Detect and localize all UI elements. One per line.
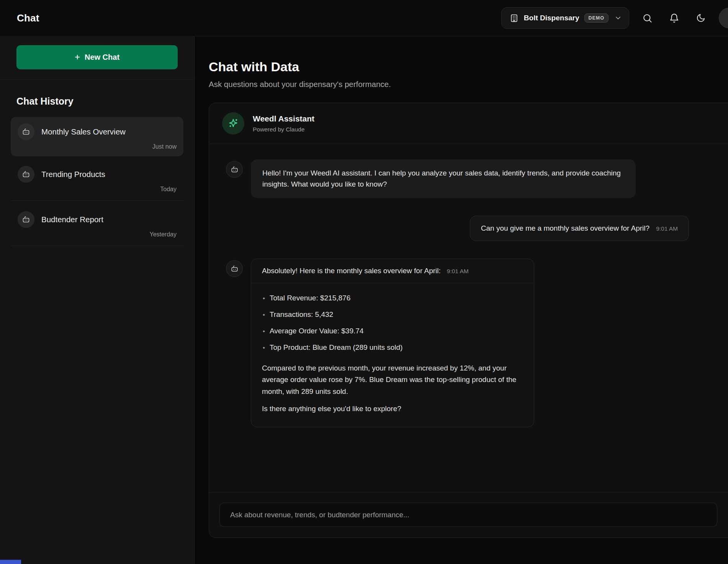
chevron-down-icon	[614, 14, 622, 22]
message-timestamp: 9:01 AM	[656, 225, 678, 232]
assistant-header: Weedl Assistant Powered by Claude	[209, 103, 728, 144]
chat-message-input[interactable]	[219, 503, 717, 527]
notifications-button[interactable]	[665, 9, 683, 27]
search-button[interactable]	[638, 9, 656, 27]
overview-intro: Absolutely! Here is the monthly sales ov…	[262, 267, 441, 275]
org-name: Bolt Dispensary	[524, 14, 579, 22]
chat-history-section: Chat History Monthly Sales Overview Just…	[0, 80, 194, 250]
theme-toggle-button[interactable]	[692, 9, 710, 27]
assistant-message-row: Hello! I'm your Weedl AI assistant. I ca…	[226, 159, 689, 198]
user-message-text: Can you give me a monthly sales overview…	[481, 224, 649, 233]
org-switcher[interactable]: Bolt Dispensary DEMO	[501, 7, 629, 29]
bell-icon	[669, 13, 679, 23]
metric-total-revenue: Total Revenue: $215,876	[262, 294, 523, 302]
building-icon	[509, 13, 519, 23]
sidebar: + New Chat Chat History Monthly Sales Ov…	[0, 36, 195, 564]
metric-transactions: Transactions: 5,432	[262, 310, 523, 319]
bot-icon	[226, 161, 243, 178]
bot-icon	[18, 166, 34, 183]
chat-history-item-budtender-report[interactable]: Budtender Report Yesterday	[11, 205, 183, 246]
chat-input-bar	[209, 492, 728, 538]
assistant-overview-row: Absolutely! Here is the monthly sales ov…	[226, 259, 689, 427]
user-avatar[interactable]	[719, 8, 728, 28]
bot-icon	[226, 260, 243, 277]
chat-item-row: Trending Products	[18, 166, 177, 183]
user-message-row: Can you give me a monthly sales overview…	[226, 216, 689, 241]
main-content: Chat with Data Ask questions about your …	[195, 36, 728, 564]
chat-history-item-trending-products[interactable]: Trending Products Today	[11, 159, 183, 201]
assistant-overview-bubble: Absolutely! Here is the monthly sales ov…	[251, 259, 534, 427]
assistant-name: Weedl Assistant	[253, 114, 314, 123]
metric-top-product: Top Product: Blue Dream (289 units sold)	[262, 343, 523, 352]
chat-history-title: Chat History	[16, 96, 178, 107]
chat-item-time: Just now	[18, 143, 177, 150]
plus-icon: +	[75, 52, 80, 62]
chat-item-time: Today	[18, 186, 177, 193]
overview-followup: Is there anything else you'd like to exp…	[262, 403, 523, 415]
sparkles-icon	[222, 112, 244, 134]
overview-summary: Compared to the previous month, your rev…	[262, 362, 523, 397]
bot-icon	[18, 123, 34, 140]
bottom-accent-bar	[0, 560, 21, 564]
app-layout: + New Chat Chat History Monthly Sales Ov…	[0, 36, 728, 564]
chat-item-row: Budtender Report	[18, 211, 177, 228]
chat-item-row: Monthly Sales Overview	[18, 123, 177, 140]
chat-panel: Weedl Assistant Powered by Claude Hello!…	[209, 103, 728, 538]
overview-header: Absolutely! Here is the monthly sales ov…	[251, 259, 534, 283]
demo-badge: DEMO	[584, 13, 609, 23]
message-timestamp: 9:01 AM	[447, 268, 469, 275]
search-icon	[642, 13, 653, 23]
chat-history-item-monthly-sales[interactable]: Monthly Sales Overview Just now	[11, 117, 183, 156]
chat-item-label: Trending Products	[41, 170, 105, 179]
new-chat-button[interactable]: + New Chat	[16, 45, 178, 69]
chat-item-time: Yesterday	[18, 231, 177, 238]
new-chat-label: New Chat	[85, 53, 119, 62]
moon-icon	[696, 13, 706, 23]
overview-body: Total Revenue: $215,876 Transactions: 5,…	[251, 283, 534, 427]
assistant-identity: Weedl Assistant Powered by Claude	[253, 114, 314, 133]
topbar-actions: Bolt Dispensary DEMO	[501, 7, 728, 29]
bot-icon	[18, 211, 34, 228]
page-heading: Chat with Data	[209, 59, 728, 74]
top-bar: Chat Bolt Dispensary DEMO	[0, 0, 728, 36]
overview-metrics-list: Total Revenue: $215,876 Transactions: 5,…	[262, 294, 523, 352]
chat-item-label: Budtender Report	[41, 215, 103, 224]
user-message-bubble: Can you give me a monthly sales overview…	[470, 216, 689, 241]
assistant-greeting-bubble: Hello! I'm your Weedl AI assistant. I ca…	[251, 159, 636, 198]
assistant-powered-by: Powered by Claude	[253, 126, 314, 133]
message-list: Hello! I'm your Weedl AI assistant. I ca…	[209, 144, 728, 492]
sidebar-top-section: + New Chat	[0, 36, 194, 80]
chat-item-label: Monthly Sales Overview	[41, 127, 126, 136]
page-subtitle: Ask questions about your dispensary's pe…	[209, 80, 728, 89]
metric-average-order-value: Average Order Value: $39.74	[262, 327, 523, 335]
page-title: Chat	[17, 12, 39, 24]
